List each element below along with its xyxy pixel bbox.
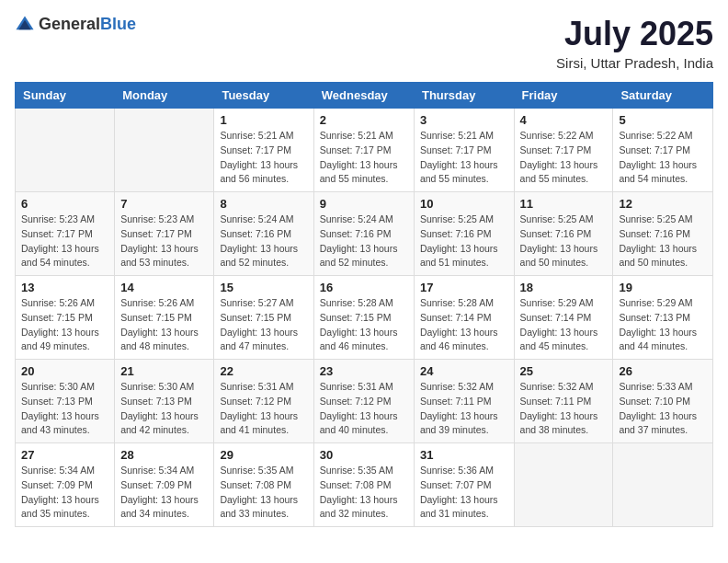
day-number: 21: [120, 364, 208, 378]
col-tuesday: Tuesday: [214, 83, 313, 109]
calendar-cell: 11Sunrise: 5:25 AMSunset: 7:16 PMDayligh…: [514, 192, 613, 276]
day-number: 6: [21, 197, 108, 211]
calendar-cell: 16Sunrise: 5:28 AMSunset: 7:15 PMDayligh…: [313, 276, 414, 360]
day-info: Sunrise: 5:25 AMSunset: 7:16 PMDaylight:…: [520, 213, 608, 270]
day-info: Sunrise: 5:34 AMSunset: 7:09 PMDaylight:…: [21, 464, 108, 522]
day-info: Sunrise: 5:30 AMSunset: 7:13 PMDaylight:…: [120, 380, 208, 438]
day-number: 29: [220, 448, 307, 462]
day-info: Sunrise: 5:23 AMSunset: 7:17 PMDaylight:…: [21, 213, 108, 270]
calendar-cell: 10Sunrise: 5:25 AMSunset: 7:16 PMDayligh…: [414, 192, 514, 276]
calendar-week-row: 20Sunrise: 5:30 AMSunset: 7:13 PMDayligh…: [16, 360, 713, 443]
calendar-cell: 20Sunrise: 5:30 AMSunset: 7:13 PMDayligh…: [16, 360, 115, 443]
day-info: Sunrise: 5:34 AMSunset: 7:09 PMDaylight:…: [120, 464, 208, 522]
page-header: GeneralBlue July 2025 Sirsi, Uttar Prade…: [15, 15, 713, 71]
title-block: July 2025 Sirsi, Uttar Pradesh, India: [556, 15, 713, 71]
day-number: 19: [619, 281, 707, 294]
calendar-cell: [613, 443, 713, 527]
day-number: 12: [619, 197, 707, 211]
day-number: 30: [320, 448, 408, 462]
calendar-cell: 7Sunrise: 5:23 AMSunset: 7:17 PMDaylight…: [115, 192, 214, 276]
day-number: 31: [420, 448, 508, 462]
calendar-cell: [514, 443, 613, 527]
calendar-cell: 28Sunrise: 5:34 AMSunset: 7:09 PMDayligh…: [115, 443, 214, 527]
day-number: 28: [120, 448, 208, 462]
day-info: Sunrise: 5:23 AMSunset: 7:17 PMDaylight:…: [120, 213, 208, 270]
day-info: Sunrise: 5:28 AMSunset: 7:14 PMDaylight:…: [420, 296, 508, 354]
calendar-cell: 30Sunrise: 5:35 AMSunset: 7:08 PMDayligh…: [313, 443, 414, 527]
calendar-cell: 13Sunrise: 5:26 AMSunset: 7:15 PMDayligh…: [16, 276, 115, 360]
day-info: Sunrise: 5:32 AMSunset: 7:11 PMDaylight:…: [520, 380, 608, 438]
col-saturday: Saturday: [613, 83, 713, 109]
calendar-cell: 17Sunrise: 5:28 AMSunset: 7:14 PMDayligh…: [414, 276, 514, 360]
day-number: 7: [120, 197, 208, 211]
calendar-cell: 22Sunrise: 5:31 AMSunset: 7:12 PMDayligh…: [214, 360, 313, 443]
day-info: Sunrise: 5:24 AMSunset: 7:16 PMDaylight:…: [320, 213, 408, 270]
calendar-header-row: Sunday Monday Tuesday Wednesday Thursday…: [16, 83, 713, 109]
calendar-cell: 27Sunrise: 5:34 AMSunset: 7:09 PMDayligh…: [16, 443, 115, 527]
day-info: Sunrise: 5:35 AMSunset: 7:08 PMDaylight:…: [320, 464, 408, 522]
day-number: 11: [520, 197, 608, 211]
calendar-cell: 15Sunrise: 5:27 AMSunset: 7:15 PMDayligh…: [214, 276, 313, 360]
day-info: Sunrise: 5:27 AMSunset: 7:15 PMDaylight:…: [220, 296, 307, 354]
day-info: Sunrise: 5:28 AMSunset: 7:15 PMDaylight:…: [320, 296, 408, 354]
day-number: 4: [520, 113, 608, 127]
calendar-cell: 3Sunrise: 5:21 AMSunset: 7:17 PMDaylight…: [414, 109, 514, 192]
calendar-cell: 6Sunrise: 5:23 AMSunset: 7:17 PMDaylight…: [16, 192, 115, 276]
calendar-cell: 29Sunrise: 5:35 AMSunset: 7:08 PMDayligh…: [214, 443, 313, 527]
day-number: 23: [320, 364, 408, 378]
calendar-cell: 12Sunrise: 5:25 AMSunset: 7:16 PMDayligh…: [613, 192, 713, 276]
calendar-cell: 18Sunrise: 5:29 AMSunset: 7:14 PMDayligh…: [514, 276, 613, 360]
day-number: 3: [420, 113, 508, 127]
calendar-cell: [16, 109, 115, 192]
day-info: Sunrise: 5:33 AMSunset: 7:10 PMDaylight:…: [619, 380, 707, 438]
day-number: 27: [21, 448, 108, 462]
day-info: Sunrise: 5:31 AMSunset: 7:12 PMDaylight:…: [320, 380, 408, 438]
calendar-cell: 24Sunrise: 5:32 AMSunset: 7:11 PMDayligh…: [414, 360, 514, 443]
day-info: Sunrise: 5:30 AMSunset: 7:13 PMDaylight:…: [21, 380, 108, 438]
logo-icon: [15, 15, 35, 35]
calendar-cell: 26Sunrise: 5:33 AMSunset: 7:10 PMDayligh…: [613, 360, 713, 443]
calendar-table: Sunday Monday Tuesday Wednesday Thursday…: [15, 82, 713, 527]
calendar-cell: 21Sunrise: 5:30 AMSunset: 7:13 PMDayligh…: [115, 360, 214, 443]
day-number: 2: [320, 113, 408, 127]
day-number: 10: [420, 197, 508, 211]
calendar-cell: 31Sunrise: 5:36 AMSunset: 7:07 PMDayligh…: [414, 443, 514, 527]
calendar-week-row: 6Sunrise: 5:23 AMSunset: 7:17 PMDaylight…: [16, 192, 713, 276]
day-number: 25: [520, 364, 608, 378]
day-info: Sunrise: 5:31 AMSunset: 7:12 PMDaylight:…: [220, 380, 307, 438]
day-info: Sunrise: 5:29 AMSunset: 7:14 PMDaylight:…: [520, 296, 608, 354]
calendar-cell: 5Sunrise: 5:22 AMSunset: 7:17 PMDaylight…: [613, 109, 713, 192]
calendar-cell: [115, 109, 214, 192]
col-friday: Friday: [514, 83, 613, 109]
day-number: 5: [619, 113, 707, 127]
col-wednesday: Wednesday: [313, 83, 414, 109]
day-info: Sunrise: 5:32 AMSunset: 7:11 PMDaylight:…: [420, 380, 508, 438]
day-info: Sunrise: 5:26 AMSunset: 7:15 PMDaylight:…: [21, 296, 108, 354]
day-info: Sunrise: 5:36 AMSunset: 7:07 PMDaylight:…: [420, 464, 508, 522]
calendar-cell: 9Sunrise: 5:24 AMSunset: 7:16 PMDaylight…: [313, 192, 414, 276]
day-number: 15: [220, 281, 307, 294]
day-info: Sunrise: 5:24 AMSunset: 7:16 PMDaylight:…: [220, 213, 307, 270]
calendar-location: Sirsi, Uttar Pradesh, India: [556, 55, 713, 71]
calendar-cell: 14Sunrise: 5:26 AMSunset: 7:15 PMDayligh…: [115, 276, 214, 360]
logo-text-general: General: [39, 15, 100, 33]
day-number: 22: [220, 364, 307, 378]
calendar-cell: 25Sunrise: 5:32 AMSunset: 7:11 PMDayligh…: [514, 360, 613, 443]
logo-text-blue: Blue: [100, 15, 136, 33]
day-number: 14: [120, 281, 208, 294]
day-number: 17: [420, 281, 508, 294]
day-number: 8: [220, 197, 307, 211]
calendar-cell: 1Sunrise: 5:21 AMSunset: 7:17 PMDaylight…: [214, 109, 313, 192]
day-info: Sunrise: 5:25 AMSunset: 7:16 PMDaylight:…: [619, 213, 707, 270]
col-monday: Monday: [115, 83, 214, 109]
day-number: 9: [320, 197, 408, 211]
col-thursday: Thursday: [414, 83, 514, 109]
calendar-cell: 8Sunrise: 5:24 AMSunset: 7:16 PMDaylight…: [214, 192, 313, 276]
day-info: Sunrise: 5:29 AMSunset: 7:13 PMDaylight:…: [619, 296, 707, 354]
calendar-cell: 19Sunrise: 5:29 AMSunset: 7:13 PMDayligh…: [613, 276, 713, 360]
day-number: 20: [21, 364, 108, 378]
day-info: Sunrise: 5:21 AMSunset: 7:17 PMDaylight:…: [220, 129, 307, 187]
calendar-cell: 2Sunrise: 5:21 AMSunset: 7:17 PMDaylight…: [313, 109, 414, 192]
calendar-week-row: 13Sunrise: 5:26 AMSunset: 7:15 PMDayligh…: [16, 276, 713, 360]
day-info: Sunrise: 5:35 AMSunset: 7:08 PMDaylight:…: [220, 464, 307, 522]
